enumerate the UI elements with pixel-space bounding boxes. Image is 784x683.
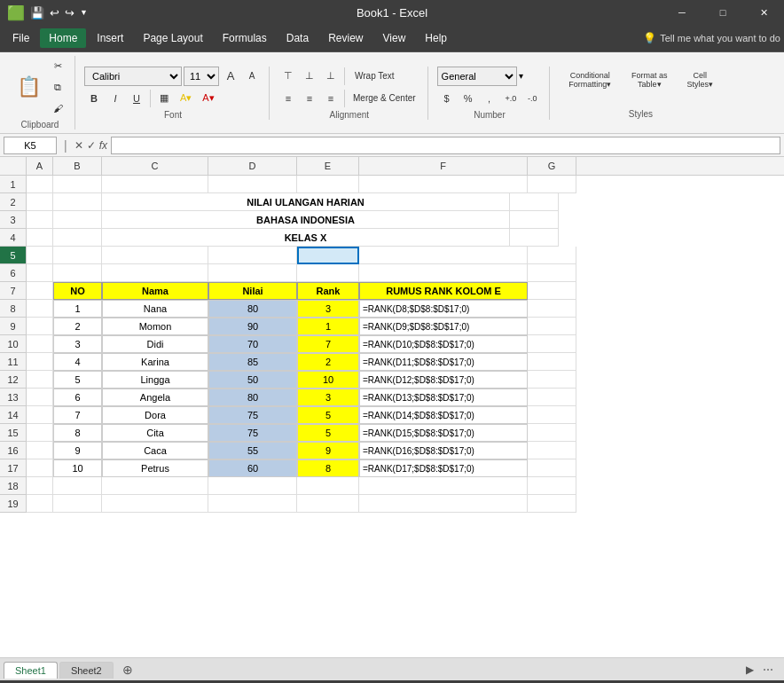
underline-button[interactable]: U [127,89,146,108]
cell-f11[interactable]: =RANK(D11;$D$8:$D$17;0) [359,353,528,371]
menu-view[interactable]: View [374,28,415,48]
cell-c3[interactable]: BAHASA INDONESIA [102,211,510,229]
cell-a8[interactable] [27,300,53,318]
cell-e9[interactable]: 1 [297,318,359,335]
menu-formulas[interactable]: Formulas [214,28,276,48]
cell-g18[interactable] [528,477,576,495]
cell-c14[interactable]: Dora [102,406,208,424]
copy-button[interactable]: ⧉ [48,77,67,97]
border-button[interactable]: ▦ [154,89,174,108]
font-name-select[interactable]: Calibri [84,67,182,86]
cell-e11[interactable]: 2 [297,353,359,371]
cell-a2[interactable] [27,193,53,211]
cell-a7[interactable] [27,282,53,300]
cell-e1[interactable] [297,176,359,193]
cell-a14[interactable] [27,406,53,424]
cell-a5[interactable] [27,247,53,264]
number-format-select[interactable]: General [437,67,517,86]
cell-f15[interactable]: =RANK(D15;$D$8:$D$17;0) [359,424,528,442]
cell-f10[interactable]: =RANK(D10;$D$8:$D$17;0) [359,335,528,353]
cell-f8[interactable]: =RANK(D8;$D$8:$D$17;0) [359,300,528,318]
cell-g5[interactable] [528,247,576,264]
cell-reference-box[interactable] [4,137,57,154]
row-header-8[interactable]: 8 [0,300,27,318]
cell-b18[interactable] [53,477,102,495]
row-header-7[interactable]: 7 [0,282,27,300]
cell-g4[interactable] [510,229,559,247]
cell-g8[interactable] [528,300,576,318]
cell-e17[interactable]: 8 [297,459,359,477]
cell-b12[interactable]: 5 [53,371,102,389]
font-size-select[interactable]: 11 [184,67,219,86]
col-header-d[interactable]: D [208,157,297,175]
col-header-a[interactable]: A [27,157,53,175]
cell-g6[interactable] [528,264,576,282]
mid-align-button[interactable]: ⊥ [300,67,319,86]
tell-me-input[interactable]: Tell me what you want to do [660,33,780,43]
col-header-f[interactable]: F [359,157,528,175]
cell-b9[interactable]: 2 [53,318,102,335]
cell-g11[interactable] [528,353,576,371]
menu-insert[interactable]: Insert [88,28,132,48]
menu-page-layout[interactable]: Page Layout [134,28,211,48]
cell-b14[interactable]: 7 [53,406,102,424]
cell-a11[interactable] [27,353,53,371]
top-align-button[interactable]: ⊤ [278,67,298,86]
cell-g17[interactable] [528,459,576,477]
cell-c9[interactable]: Momon [102,318,208,335]
row-header-12[interactable]: 12 [0,371,27,389]
cell-g3[interactable] [510,211,559,229]
menu-data[interactable]: Data [278,28,318,48]
italic-button[interactable]: I [106,89,125,108]
cell-b5[interactable] [53,247,102,264]
cell-b19[interactable] [53,495,102,513]
cell-a18[interactable] [27,477,53,495]
cell-b17[interactable]: 10 [53,459,102,477]
cell-b6[interactable] [53,264,102,282]
cell-b15[interactable]: 8 [53,424,102,442]
cell-g15[interactable] [528,424,576,442]
row-header-13[interactable]: 13 [0,389,27,406]
cell-b11[interactable]: 4 [53,353,102,371]
cell-a16[interactable] [27,442,53,459]
cell-b4[interactable] [53,229,102,247]
cell-b3[interactable] [53,211,102,229]
row-header-15[interactable]: 15 [0,424,27,442]
col-header-e[interactable]: E [297,157,359,175]
cell-e19[interactable] [297,495,359,513]
dec-decrease-button[interactable]: -.0 [522,89,542,108]
cell-g1[interactable] [528,176,576,193]
cell-g19[interactable] [528,495,576,513]
increase-font-button[interactable]: A [221,67,240,86]
menu-help[interactable]: Help [416,28,456,48]
cell-d8[interactable]: 80 [208,300,297,318]
cell-e5[interactable] [297,247,359,264]
cell-a10[interactable] [27,335,53,353]
cell-e7[interactable]: Rank [297,282,359,300]
cell-a9[interactable] [27,318,53,335]
cell-a17[interactable] [27,459,53,477]
row-header-2[interactable]: 2 [0,193,27,211]
cell-a3[interactable] [27,211,53,229]
cell-b13[interactable]: 6 [53,389,102,406]
row-header-5[interactable]: 5 [0,247,27,264]
cell-f1[interactable] [359,176,528,193]
cell-g2[interactable] [510,193,559,211]
cell-g7[interactable] [528,282,576,300]
row-header-18[interactable]: 18 [0,477,27,495]
cell-e10[interactable]: 7 [297,335,359,353]
align-left-button[interactable]: ≡ [278,89,298,108]
cell-d13[interactable]: 80 [208,389,297,406]
cell-f12[interactable]: =RANK(D12;$D$8:$D$17;0) [359,371,528,389]
cell-a19[interactable] [27,495,53,513]
cell-d7[interactable]: Nilai [208,282,297,300]
row-header-4[interactable]: 4 [0,229,27,247]
cell-c8[interactable]: Nana [102,300,208,318]
cell-f6[interactable] [359,264,528,282]
fx-icon[interactable]: fx [99,139,107,152]
cell-a6[interactable] [27,264,53,282]
row-header-6[interactable]: 6 [0,264,27,282]
cell-b1[interactable] [53,176,102,193]
cell-d12[interactable]: 50 [208,371,297,389]
cell-a1[interactable] [27,176,53,193]
